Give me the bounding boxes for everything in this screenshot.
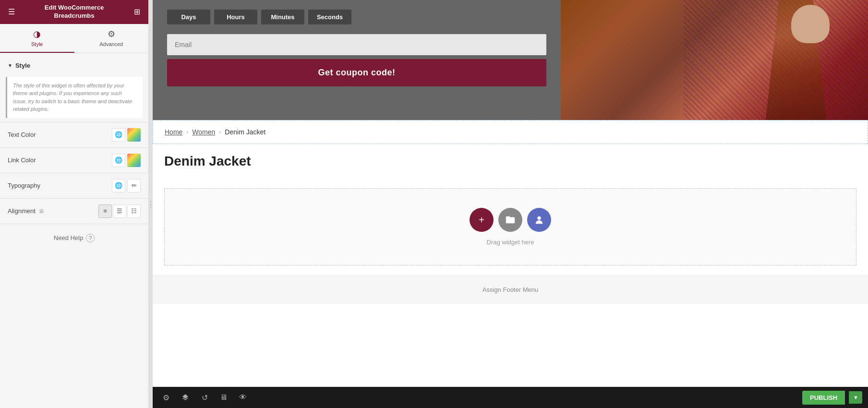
countdown-days: Days — [167, 10, 210, 24]
drag-hint-text: Drag widget here — [487, 239, 534, 246]
promo-right-image — [561, 0, 868, 120]
align-right-btn[interactable]: ☷ — [127, 204, 141, 218]
style-tab-label: Style — [31, 41, 43, 47]
link-color-actions: 🌐 — [112, 154, 141, 167]
main-content: Days Hours Minutes Seconds Get coupon co… — [153, 0, 868, 387]
breadcrumb: Home › Women › Denim Jacket — [165, 128, 856, 136]
section-arrow-icon: ▼ — [8, 63, 12, 68]
info-text: The style of this widget is often affect… — [13, 82, 137, 113]
need-help-section[interactable]: Need Help ? — [0, 226, 148, 250]
countdown-row: Days Hours Minutes Seconds — [167, 10, 546, 24]
link-color-row: Link Color 🌐 — [0, 150, 148, 171]
typography-edit-btn[interactable]: ✏ — [127, 179, 141, 192]
countdown-hours: Hours — [214, 10, 257, 24]
avatar-widget-btn[interactable] — [527, 208, 551, 232]
folder-widget-btn[interactable] — [498, 208, 522, 232]
alignment-group: ≡ ☰ ☷ — [98, 204, 141, 218]
align-left-btn[interactable]: ≡ — [98, 204, 112, 218]
footer-area: Assign Footer Menu — [153, 275, 868, 304]
breadcrumb-women[interactable]: Women — [192, 128, 215, 136]
tab-advanced[interactable]: ⚙ Advanced — [74, 24, 149, 53]
breadcrumb-sep-1: › — [186, 129, 188, 135]
align-center-btn[interactable]: ☰ — [113, 204, 126, 218]
hamburger-icon[interactable]: ☰ — [6, 6, 17, 18]
settings-icon[interactable]: ⚙ — [158, 390, 174, 405]
divider-4 — [0, 198, 148, 199]
eye-icon[interactable]: 👁 — [235, 390, 251, 405]
product-title: Denim Jacket — [164, 154, 856, 169]
link-color-picker-btn[interactable] — [127, 154, 141, 167]
alignment-monitor-icon: 🖥 — [38, 208, 44, 215]
breadcrumb-current: Denim Jacket — [225, 128, 265, 136]
countdown-minutes: Minutes — [261, 10, 304, 24]
breadcrumb-home[interactable]: Home — [165, 128, 182, 136]
promo-left: Days Hours Minutes Seconds Get coupon co… — [153, 0, 561, 120]
text-color-row: Text Color 🌐 — [0, 124, 148, 145]
text-color-label: Text Color — [8, 131, 36, 138]
divider-3 — [0, 173, 148, 173]
breadcrumb-sep-2: › — [219, 129, 221, 135]
footer-text: Assign Footer Menu — [482, 286, 538, 293]
divider-5 — [0, 224, 148, 224]
style-info-box: The style of this widget is often affect… — [6, 77, 143, 118]
panel-title: Edit WooCommerce Breadcrumbs — [17, 4, 131, 20]
add-widget-btn[interactable]: + — [470, 208, 494, 232]
promo-layout: Days Hours Minutes Seconds Get coupon co… — [153, 0, 868, 120]
publish-button[interactable]: PUBLISH — [802, 391, 845, 405]
alignment-row: Alignment 🖥 ≡ ☰ ☷ — [0, 201, 148, 222]
email-input[interactable] — [167, 34, 546, 55]
typography-row: Typography 🌐 ✏ — [0, 175, 148, 196]
help-icon: ? — [86, 234, 95, 242]
widget-drop-area[interactable]: + Drag widget here — [164, 188, 856, 265]
product-area: Denim Jacket — [153, 144, 868, 188]
widget-buttons: + — [470, 208, 551, 232]
need-help-label: Need Help — [54, 234, 83, 241]
resize-handle[interactable] — [149, 0, 153, 408]
countdown-seconds: Seconds — [308, 10, 351, 24]
text-color-actions: 🌐 — [112, 128, 141, 142]
text-color-picker-btn[interactable] — [127, 128, 141, 142]
tab-style[interactable]: ◑ Style — [0, 24, 74, 53]
link-color-label: Link Color — [8, 156, 36, 164]
history-icon[interactable]: ↺ — [197, 390, 212, 405]
link-color-global-btn[interactable]: 🌐 — [112, 154, 125, 167]
panel-body: ▼ Style The style of this widget is ofte… — [0, 53, 148, 408]
divider-2 — [0, 147, 148, 148]
typography-global-btn[interactable]: 🌐 — [112, 179, 125, 192]
style-section-label: Style — [15, 62, 30, 69]
left-panel: ☰ Edit WooCommerce Breadcrumbs ⊞ ◑ Style… — [0, 0, 149, 408]
monitor-icon[interactable]: 🖥 — [216, 390, 231, 405]
advanced-tab-icon: ⚙ — [108, 29, 115, 39]
divider-1 — [0, 122, 148, 122]
typography-actions: 🌐 ✏ — [112, 179, 141, 192]
style-tab-icon: ◑ — [33, 29, 41, 39]
panel-header: ☰ Edit WooCommerce Breadcrumbs ⊞ — [0, 0, 148, 24]
advanced-tab-label: Advanced — [99, 41, 123, 47]
publish-dropdown-btn[interactable]: ▼ — [849, 391, 862, 404]
style-section-header[interactable]: ▼ Style — [0, 58, 148, 73]
panel-tabs: ◑ Style ⚙ Advanced — [0, 24, 148, 53]
coupon-button[interactable]: Get coupon code! — [167, 59, 546, 86]
breadcrumb-area: Home › Women › Denim Jacket — [153, 120, 868, 144]
svg-point-0 — [537, 216, 541, 220]
fashion-image — [561, 0, 868, 120]
text-color-global-btn[interactable]: 🌐 — [112, 128, 125, 142]
alignment-label: Alignment 🖥 — [8, 207, 44, 215]
layers-icon[interactable] — [178, 390, 193, 405]
grid-icon[interactable]: ⊞ — [131, 6, 143, 18]
bottom-toolbar: ⚙ ↺ 🖥 👁 PUBLISH ▼ — [153, 387, 868, 408]
typography-label: Typography — [8, 182, 40, 189]
